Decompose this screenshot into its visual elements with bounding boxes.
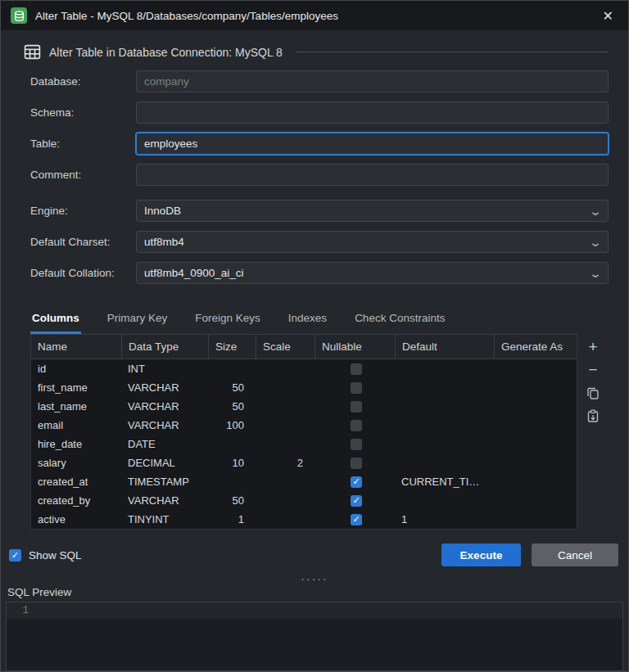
name-cell[interactable]: salary: [31, 453, 121, 472]
default-cell[interactable]: [395, 435, 494, 453]
generate-as-cell[interactable]: [494, 359, 577, 378]
cancel-button[interactable]: Cancel: [532, 543, 618, 566]
size-cell[interactable]: 50: [208, 378, 256, 397]
data-type-cell[interactable]: INT: [121, 359, 208, 378]
size-cell[interactable]: [208, 359, 256, 378]
table-row[interactable]: hire_dateDATE: [31, 435, 577, 453]
table-row[interactable]: salaryDECIMAL102: [31, 453, 577, 472]
splitter-handle[interactable]: ·····: [1, 573, 628, 584]
nullable-checkbox[interactable]: [351, 439, 362, 450]
column-header-default[interactable]: Default: [395, 335, 494, 359]
duplicate-column-button[interactable]: [582, 383, 604, 403]
comment-field[interactable]: [136, 164, 609, 186]
default-cell[interactable]: [395, 397, 494, 416]
data-type-cell[interactable]: VARCHAR: [121, 378, 208, 397]
collation-select[interactable]: utf8mb4_0900_ai_ci ⌄: [136, 262, 609, 284]
size-cell[interactable]: 50: [208, 491, 256, 510]
data-type-cell[interactable]: DATE: [121, 435, 208, 453]
show-sql-toggle[interactable]: ✓ Show SQL: [9, 549, 82, 562]
scale-cell[interactable]: [256, 472, 314, 491]
scale-cell[interactable]: [256, 435, 314, 453]
engine-select[interactable]: InnoDB ⌄: [136, 200, 609, 222]
show-sql-checkbox[interactable]: ✓: [9, 549, 21, 562]
table-row[interactable]: last_nameVARCHAR50: [31, 397, 577, 416]
generate-as-cell[interactable]: [494, 397, 577, 416]
paste-column-button[interactable]: [582, 406, 604, 426]
schema-field[interactable]: [136, 101, 609, 124]
size-cell[interactable]: [208, 472, 256, 491]
column-header-size[interactable]: Size: [208, 335, 256, 359]
default-cell[interactable]: 1: [395, 510, 494, 529]
name-cell[interactable]: hire_date: [31, 435, 121, 453]
generate-as-cell[interactable]: [494, 491, 577, 510]
scale-cell[interactable]: [256, 378, 314, 397]
tab-check-constraints[interactable]: Check Constraints: [353, 310, 446, 334]
tab-indexes[interactable]: Indexes: [287, 310, 328, 334]
table-row[interactable]: emailVARCHAR100: [31, 416, 577, 435]
data-type-cell[interactable]: VARCHAR: [121, 491, 208, 510]
generate-as-cell[interactable]: [494, 416, 577, 435]
nullable-checkbox[interactable]: ✓: [351, 495, 362, 507]
column-header-name[interactable]: Name: [31, 335, 121, 359]
nullable-checkbox[interactable]: [351, 363, 362, 375]
data-type-cell[interactable]: DECIMAL: [121, 453, 208, 472]
column-header-generate-as[interactable]: Generate As: [494, 335, 577, 359]
nullable-checkbox[interactable]: [351, 401, 362, 413]
name-cell[interactable]: created_at: [31, 472, 121, 491]
name-cell[interactable]: created_by: [31, 491, 121, 510]
column-header-data-type[interactable]: Data Type: [121, 335, 208, 359]
tab-primary-key[interactable]: Primary Key: [106, 310, 170, 334]
size-cell[interactable]: 100: [208, 416, 256, 435]
name-cell[interactable]: email: [31, 416, 121, 435]
nullable-checkbox[interactable]: ✓: [351, 514, 362, 525]
charset-select[interactable]: utf8mb4 ⌄: [136, 231, 609, 253]
add-column-button[interactable]: +: [582, 337, 604, 357]
size-cell[interactable]: 1: [208, 510, 256, 529]
size-cell[interactable]: 50: [208, 397, 256, 416]
table-row[interactable]: created_byVARCHAR50✓: [31, 491, 577, 510]
name-cell[interactable]: active: [31, 510, 121, 529]
execute-button[interactable]: Execute: [441, 543, 521, 566]
default-cell[interactable]: CURRENT_TI…: [395, 472, 494, 491]
tab-foreign-keys[interactable]: Foreign Keys: [193, 310, 262, 334]
default-cell[interactable]: [395, 416, 494, 435]
data-type-cell[interactable]: VARCHAR: [121, 416, 208, 435]
close-icon[interactable]: ✕: [598, 7, 618, 25]
generate-as-cell[interactable]: [494, 472, 577, 491]
default-cell[interactable]: [395, 359, 494, 378]
generate-as-cell[interactable]: [494, 453, 577, 472]
default-cell[interactable]: [395, 453, 494, 472]
name-cell[interactable]: id: [31, 359, 121, 378]
size-cell[interactable]: [208, 435, 256, 453]
remove-column-button[interactable]: −: [582, 360, 604, 380]
default-cell[interactable]: [395, 491, 494, 510]
nullable-checkbox[interactable]: ✓: [351, 476, 362, 488]
name-cell[interactable]: last_name: [31, 397, 121, 416]
table-row[interactable]: activeTINYINT1✓1: [31, 510, 577, 529]
nullable-checkbox[interactable]: [351, 458, 362, 469]
generate-as-cell[interactable]: [494, 510, 577, 529]
scale-cell[interactable]: 2: [256, 453, 314, 472]
generate-as-cell[interactable]: [494, 378, 577, 397]
size-cell[interactable]: 10: [208, 453, 256, 472]
nullable-checkbox[interactable]: [351, 382, 362, 394]
name-cell[interactable]: first_name: [31, 378, 121, 397]
table-field[interactable]: [136, 133, 609, 155]
scale-cell[interactable]: [256, 491, 314, 510]
table-row[interactable]: first_nameVARCHAR50: [31, 378, 577, 397]
generate-as-cell[interactable]: [494, 435, 577, 453]
data-type-cell[interactable]: VARCHAR: [121, 397, 208, 416]
data-type-cell[interactable]: TINYINT: [121, 510, 208, 529]
scale-cell[interactable]: [256, 359, 314, 378]
nullable-checkbox[interactable]: [351, 420, 362, 431]
table-row[interactable]: idINT: [31, 359, 577, 378]
sql-preview-editor[interactable]: 1: [6, 602, 623, 671]
scale-cell[interactable]: [256, 510, 314, 529]
tab-columns[interactable]: Columns: [30, 310, 81, 334]
column-header-nullable[interactable]: Nullable: [314, 335, 395, 359]
scale-cell[interactable]: [256, 416, 314, 435]
data-type-cell[interactable]: TIMESTAMP: [121, 472, 208, 491]
column-header-scale[interactable]: Scale: [256, 335, 314, 359]
table-row[interactable]: created_atTIMESTAMP✓CURRENT_TI…: [31, 472, 577, 491]
default-cell[interactable]: [395, 378, 494, 397]
